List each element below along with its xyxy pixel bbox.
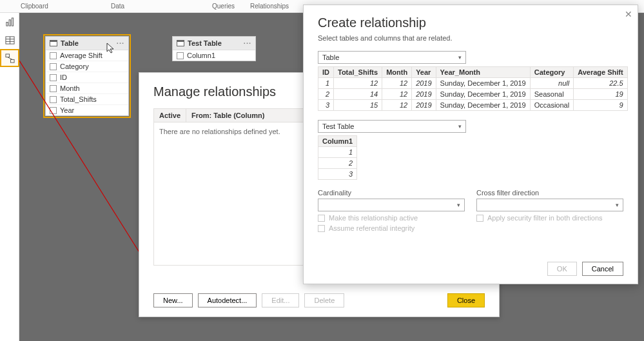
assume-ref-integrity-checkbox[interactable]: Assume referential integrity [318,224,465,232]
delete-button[interactable]: Delete [304,293,344,307]
make-active-checkbox[interactable]: Make this relationship active [318,214,465,222]
cell: 1 [318,78,334,89]
cell: null [530,78,573,89]
checkbox-icon [318,225,325,232]
options-row: Cardinality ▾ Make this relationship act… [318,189,623,232]
table1-dropdown[interactable]: Table ▾ [318,51,466,64]
canvas-table-header[interactable]: Table ··· [46,37,128,50]
edit-button[interactable]: Edit... [262,293,299,307]
dropdown-value: Table [322,54,339,61]
preview-col[interactable]: Month [382,67,412,78]
svg-rect-8 [10,59,14,63]
field-label: Column1 [187,52,215,59]
ok-button[interactable]: OK [547,262,577,276]
preview-row: 2 14 12 2019 Sunday, December 1, 2019 Se… [318,89,628,100]
close-button[interactable]: Close [447,293,485,307]
chevron-down-icon: ▾ [458,54,462,61]
field-label: Year [60,106,74,114]
cell: 19 [574,89,628,100]
field-label: Total_Shifts [60,95,97,103]
dialog-button-row: New... Autodetect... Edit... Delete [153,293,344,307]
cell: 3 [318,169,357,180]
cell: 9 [574,100,628,111]
create-relationship-dialog: ✕ Create relationship Select tables and … [303,5,638,284]
dialog-subtitle: Select tables and columns that are relat… [318,34,623,42]
field-icon [50,85,57,92]
model-view-icon[interactable] [0,49,19,67]
apply-security-checkbox[interactable]: Apply security filter in both directions [476,214,623,222]
preview-row: 1 12 12 2019 Sunday, December 1, 2019 nu… [318,78,628,89]
cell: 2019 [412,78,436,89]
cell: 12 [334,78,382,89]
preview-row: 3 [318,169,357,180]
cell: 2019 [412,100,436,111]
field-row[interactable]: Year [46,105,128,115]
table2-dropdown[interactable]: Test Table ▾ [318,120,466,133]
preview-col[interactable]: ID [318,67,334,78]
cell: 12 [382,89,412,100]
new-button[interactable]: New... [153,293,193,307]
canvas-table-table[interactable]: Table ··· Average Shift Category ID Mont… [45,36,129,116]
field-icon [50,74,57,81]
field-label: Category [60,63,89,70]
field-label: Average Shift [60,52,102,59]
canvas-table-header[interactable]: Test Table ··· [173,37,255,50]
checkbox-label: Apply security filter in both directions [487,214,603,222]
cursor-icon [106,43,115,54]
dropdown-value [322,201,324,209]
field-icon [50,96,57,103]
preview-row: 1 [318,147,357,158]
cross-filter-dropdown[interactable]: ▾ [476,199,623,211]
preview-row: 2 [318,158,357,169]
cancel-button[interactable]: Cancel [582,262,623,276]
svg-rect-1 [9,19,10,25]
field-label: ID [60,73,67,81]
cell: 2 [318,89,334,100]
field-icon [50,107,57,114]
field-icon [177,52,184,59]
chevron-down-icon: ▾ [458,123,462,130]
canvas-table-title: Table [61,39,79,47]
data-view-icon[interactable] [0,31,19,49]
canvas-table-testtable[interactable]: Test Table ··· Column1 [172,36,256,61]
field-row[interactable]: Column1 [173,50,255,61]
ribbon-group-clipboard: Clipboard [21,3,48,10]
preview-col[interactable]: Total_Shifts [334,67,382,78]
preview-col[interactable]: Category [530,67,573,78]
field-row[interactable]: Total_Shifts [46,94,128,105]
ribbon-group-queries: Queries [212,3,235,10]
field-row[interactable]: Category [46,61,128,72]
cardinality-dropdown[interactable]: ▾ [318,199,465,211]
ellipsis-icon[interactable]: ··· [117,39,124,47]
table-icon [177,40,184,46]
svg-rect-7 [5,54,9,57]
checkbox-label: Make this relationship active [329,214,418,222]
chevron-down-icon: ▾ [616,202,619,208]
cardinality-label: Cardinality [318,189,465,197]
preview-col[interactable]: Year [412,67,436,78]
svg-rect-2 [12,17,13,25]
svg-rect-0 [6,22,7,26]
preview-col[interactable]: Year_Month [436,67,530,78]
field-row[interactable]: Average Shift [46,50,128,61]
col-active[interactable]: Active [154,109,186,122]
table1-preview[interactable]: ID Total_Shifts Month Year Year_Month Ca… [318,66,628,111]
checkbox-icon [318,215,325,222]
close-icon[interactable]: ✕ [625,9,632,19]
ribbon-group-data: Data [111,3,124,10]
table2-preview[interactable]: Column1 1 2 3 [318,135,357,180]
field-row[interactable]: ID [46,72,128,83]
autodetect-button[interactable]: Autodetect... [198,293,257,307]
empty-message: There are no relationships defined yet. [159,128,280,135]
cell: 15 [334,100,382,111]
report-view-icon[interactable] [0,13,19,31]
checkbox-icon [476,215,483,222]
field-row[interactable]: Month [46,83,128,94]
preview-col[interactable]: Column1 [318,136,357,147]
preview-col[interactable]: Average Shift [574,67,628,78]
cell: 14 [334,89,382,100]
cell: 2019 [412,89,436,100]
ellipsis-icon[interactable]: ··· [244,39,251,47]
preview-row: 3 15 12 2019 Sunday, December 1, 2019 Oc… [318,100,628,111]
cell: 22.5 [574,78,628,89]
